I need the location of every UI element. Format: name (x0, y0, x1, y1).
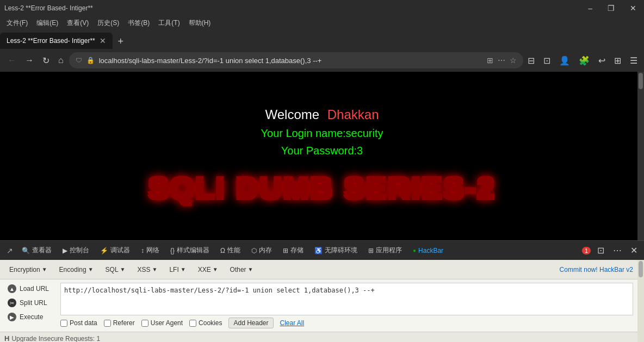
tab-bar: Less-2 **Error Based- Intiger** ✕ + (0, 29, 644, 49)
devtools-tab-style-editor[interactable]: {} 样式编辑器 (166, 244, 214, 257)
referer-checkbox-label[interactable]: Referer (104, 319, 135, 327)
devtools-tab-network[interactable]: ↕ 网络 (137, 244, 164, 257)
user-agent-checkbox[interactable] (141, 320, 148, 327)
sql-menu[interactable]: SQL ▼ (101, 264, 131, 276)
hackbar-body: ▲ Load URL ✂ Split URL ▶ Execute (0, 279, 637, 332)
lfi-menu[interactable]: LFI ▼ (164, 264, 190, 276)
browser-content-area: Welcome Dhakkan Your Login name:security… (0, 72, 644, 240)
password-info: Your Password:3 (261, 142, 383, 159)
devtools-tab-application[interactable]: ⊞ 应用程序 (364, 244, 406, 257)
dhakkan-name: Dhakkan (327, 107, 379, 122)
bottom-h-label: H (4, 334, 9, 342)
minimize-button[interactable]: – (585, 3, 596, 14)
hackbar-url-area: Post data Referer User Agent Cookies A (60, 283, 633, 328)
network-icon: ↕ (141, 247, 144, 254)
new-tab-button[interactable]: + (113, 34, 129, 49)
console-label: 控制台 (70, 246, 89, 255)
ellipsis-icon[interactable]: ⋯ (498, 56, 505, 65)
menu-history[interactable]: 历史(S) (93, 17, 123, 29)
home-button[interactable]: ⌂ (55, 53, 67, 67)
menu-help[interactable]: 帮助(H) (184, 17, 215, 29)
storage-icon: ⊞ (283, 247, 288, 254)
devtools-tab-storage[interactable]: ⊞ 存储 (278, 244, 308, 257)
customize-icon[interactable]: ⊞ (612, 53, 623, 68)
active-tab[interactable]: Less-2 **Error Based- Intiger** ✕ (0, 33, 113, 49)
reload-button[interactable]: ↻ (39, 53, 53, 68)
devtools-more-icon[interactable]: ⋯ (611, 243, 624, 258)
devtools-pointer-icon[interactable]: ↗ (4, 244, 15, 257)
title-bar-controls: – ❐ ✕ (585, 3, 640, 14)
devtools-close-icon[interactable]: ✕ (628, 243, 640, 258)
url-textarea[interactable] (60, 283, 633, 315)
cookies-checkbox[interactable] (189, 320, 196, 327)
xxe-label: XXE (198, 266, 211, 273)
encryption-chevron: ▼ (42, 266, 47, 272)
post-data-checkbox-label[interactable]: Post data (60, 319, 97, 327)
error-badge: 1 (582, 247, 591, 254)
menu-file[interactable]: 文件(F) (2, 17, 32, 29)
debugger-icon: ⚡ (100, 247, 108, 254)
devtools-tab-performance[interactable]: Ω 性能 (216, 244, 245, 257)
back-button[interactable]: ← (4, 53, 20, 67)
close-button[interactable]: ✕ (627, 3, 640, 14)
memory-icon: ⬡ (251, 247, 257, 254)
encoding-label: Encoding (59, 266, 86, 273)
security-icon: 🛡 (76, 57, 82, 64)
page-content: Welcome Dhakkan Your Login name:security… (0, 72, 644, 240)
devtools-tab-console[interactable]: ▶ 控制台 (58, 244, 94, 257)
load-url-button[interactable]: ▲ Load URL (4, 283, 56, 295)
execute-icon: ▶ (8, 313, 16, 321)
devtools-tab-memory[interactable]: ⬡ 内存 (247, 244, 276, 257)
encryption-label: Encryption (9, 266, 40, 273)
other-menu[interactable]: Other ▼ (225, 264, 258, 276)
account-icon[interactable]: 👤 (557, 53, 572, 68)
menu-icon[interactable]: ☰ (628, 53, 640, 68)
clear-all-button[interactable]: Clear All (280, 319, 305, 327)
user-agent-checkbox-label[interactable]: User Agent (141, 319, 183, 327)
split-url-button[interactable]: ✂ Split URL (4, 297, 56, 309)
login-name: Your Login name:security (261, 125, 383, 142)
post-data-checkbox[interactable] (60, 320, 67, 327)
devtools-tab-debugger[interactable]: ⚡ 调试器 (96, 244, 134, 257)
execute-button[interactable]: ▶ Execute (4, 311, 56, 323)
xxe-chevron: ▼ (213, 266, 218, 272)
menu-bookmarks[interactable]: 书签(B) (123, 17, 154, 29)
devtools-tab-hackbar[interactable]: ● HackBar (408, 245, 448, 257)
performance-icon: Ω (220, 247, 225, 254)
welcome-line: Welcome Dhakkan (265, 107, 379, 122)
xss-menu[interactable]: XSS ▼ (132, 264, 162, 276)
xxe-menu[interactable]: XXE ▼ (193, 264, 223, 276)
star-icon[interactable]: ☆ (510, 56, 517, 65)
page-scrollbar[interactable] (637, 72, 644, 240)
sql-label: SQL (106, 266, 119, 273)
add-header-button[interactable]: Add Header (228, 318, 273, 328)
undo-icon[interactable]: ↩ (596, 53, 608, 68)
menu-edit[interactable]: 编辑(E) (32, 17, 63, 29)
menu-tools[interactable]: 工具(T) (154, 17, 184, 29)
encoding-menu[interactable]: Encoding ▼ (54, 264, 98, 276)
menu-view[interactable]: 查看(V) (63, 17, 93, 29)
load-url-label: Load URL (20, 285, 49, 293)
lfi-label: LFI (169, 266, 178, 273)
forward-button[interactable]: → (22, 53, 37, 67)
storage-label: 存储 (290, 246, 304, 255)
cookies-checkbox-label[interactable]: Cookies (189, 319, 222, 327)
lfi-chevron: ▼ (181, 266, 186, 272)
hackbar-actions: ▲ Load URL ✂ Split URL ▶ Execute (4, 283, 56, 328)
split-view-icon[interactable]: ⊡ (541, 53, 553, 68)
devtools-tab-accessibility[interactable]: ♿ 无障碍环境 (310, 244, 362, 257)
grid-icon[interactable]: ⊞ (487, 56, 493, 65)
referer-checkbox[interactable] (104, 320, 111, 327)
console-icon: ▶ (63, 247, 67, 254)
devtools-new-panel-icon[interactable]: ⊡ (595, 243, 606, 258)
extension-icon[interactable]: 🧩 (577, 53, 592, 68)
login-info: Your Login name:security Your Password:3 (261, 125, 383, 159)
hackbar-scrollbar[interactable] (637, 260, 644, 342)
encryption-menu[interactable]: Encryption ▼ (4, 264, 52, 276)
tab-close-icon[interactable]: ✕ (100, 36, 106, 45)
performance-label: 性能 (227, 246, 240, 255)
maximize-button[interactable]: ❐ (604, 3, 618, 14)
devtools-tab-inspector[interactable]: 🔍 查看器 (17, 244, 56, 257)
collections-icon[interactable]: ⊟ (525, 53, 537, 68)
address-input[interactable] (99, 57, 482, 65)
